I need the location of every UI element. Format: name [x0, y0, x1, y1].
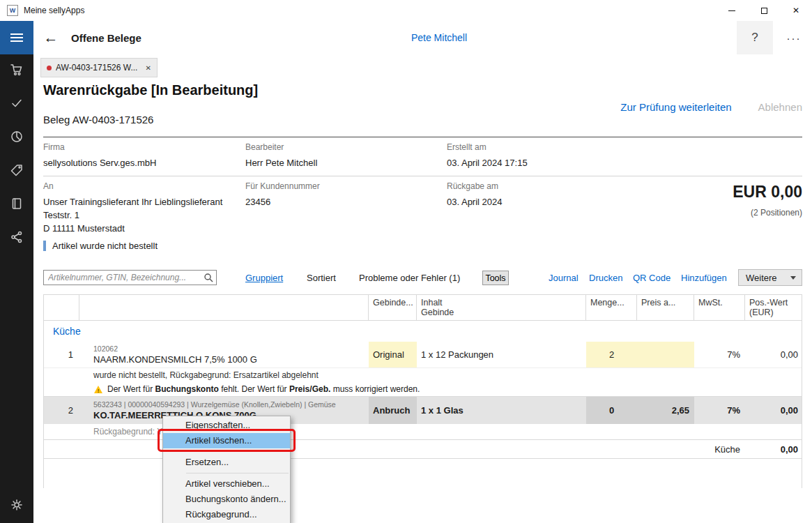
- mwst-cell: 7%: [694, 397, 745, 424]
- context-menu-item-ersetzen[interactable]: Ersetzen...: [163, 455, 290, 470]
- col-header-article: [79, 295, 369, 320]
- sidebar-item-reports[interactable]: [0, 121, 33, 155]
- sidebar-item-prices[interactable]: [0, 155, 33, 188]
- document-number: Beleg AW-0403-171526: [43, 114, 153, 126]
- maximize-icon: [761, 8, 767, 14]
- context-menu-item-eigenschaften[interactable]: Eigenschaften...: [163, 418, 290, 433]
- an-label: An: [43, 181, 54, 191]
- legend-color-bar: [43, 241, 46, 251]
- pos-wert-cell: 0,00: [745, 397, 803, 424]
- titlebar: W Meine sellyApps ✕: [0, 0, 812, 21]
- gebinde-cell[interactable]: Anbruch: [369, 397, 417, 424]
- positions-count: (2 Positionen): [751, 208, 802, 218]
- maximize-button[interactable]: [748, 0, 780, 21]
- sidebar-item-catalog[interactable]: [0, 188, 33, 222]
- help-icon: ?: [751, 31, 758, 45]
- context-menu: Eigenschaften... Artikel löschen... Erse…: [162, 416, 291, 523]
- col-header-inhalt[interactable]: InhaltGebinde: [417, 295, 586, 320]
- context-menu-item-artikel-verschieben[interactable]: Artikel verschieben...: [163, 476, 290, 492]
- window-title: Meine sellyApps: [24, 6, 84, 15]
- row-warning: ! Der Wert für Buchungskonto fehlt. Der …: [44, 382, 802, 396]
- menge-cell[interactable]: 2: [586, 342, 637, 367]
- header-more-button[interactable]: ···: [779, 21, 809, 54]
- problems-filter[interactable]: Probleme oder Fehler (1): [359, 273, 460, 283]
- menu-separator: [186, 473, 289, 473]
- context-menu-item-artikel-loeschen[interactable]: Artikel löschen...: [163, 433, 290, 448]
- rueckgabe-am-value: 03. April 2024: [447, 195, 503, 209]
- group-label: Küche: [44, 326, 81, 337]
- journal-link[interactable]: Journal: [549, 273, 579, 283]
- help-button[interactable]: ?: [737, 21, 773, 54]
- gebinde-cell[interactable]: Original: [369, 342, 417, 367]
- bearbeiter-label: Bearbeiter: [245, 142, 284, 152]
- legend-not-ordered: Artikel wurde nicht bestellt: [43, 241, 158, 251]
- hamburger-menu-button[interactable]: [0, 21, 33, 54]
- divider: [43, 176, 802, 176]
- settings-button[interactable]: [0, 490, 33, 523]
- kundennummer-label: Für Kundennummer: [245, 181, 320, 191]
- grouped-toggle[interactable]: Gruppiert: [245, 273, 283, 283]
- tools-button[interactable]: Tools: [482, 271, 509, 285]
- table-empty-area: [44, 459, 802, 488]
- hamburger-icon: [10, 33, 23, 35]
- article-meta: 5632343 | 00000040594293 | Wurzelgemüse …: [93, 400, 336, 409]
- col-header-mwst[interactable]: MwSt.: [694, 295, 745, 320]
- back-icon: ←: [44, 29, 59, 46]
- row-number: 1: [44, 342, 79, 367]
- table-row[interactable]: 1 102062 NAARM.KONDENSMILCH 7,5% 1000 G …: [44, 342, 802, 368]
- page-title: Offene Belege: [71, 21, 141, 54]
- document-title: Warenrückgabe [In Bearbeitung]: [43, 82, 258, 98]
- document-tab[interactable]: AW-0403-171526 W... ✕: [40, 58, 158, 77]
- col-header-menge[interactable]: Menge...: [586, 295, 637, 320]
- menge-cell[interactable]: 0: [586, 397, 637, 424]
- col-header-gebinde[interactable]: Gebinde...: [369, 295, 417, 320]
- qr-code-link[interactable]: QR Code: [633, 273, 671, 283]
- positions-table: Gebinde... InhaltGebinde Menge... Preis …: [43, 294, 802, 488]
- pie-chart-icon: [10, 130, 24, 146]
- preis-cell[interactable]: [637, 342, 694, 367]
- minimize-button[interactable]: [716, 0, 748, 21]
- mwst-cell: 7%: [694, 342, 745, 367]
- sidebar-item-tasks[interactable]: [0, 88, 33, 121]
- context-menu-item-rueckgabegrund[interactable]: Rückgabegrund...: [163, 507, 290, 522]
- an-value: Unser Trainingslieferant Ihr Lieblingsli…: [43, 195, 222, 235]
- close-button[interactable]: ✕: [780, 0, 812, 21]
- search-icon: [204, 273, 213, 282]
- print-link[interactable]: Drucken: [589, 273, 622, 283]
- table-row-selected[interactable]: 2 5632343 | 00000040594293 | Wurzelgemüs…: [44, 396, 802, 424]
- app-icon: W: [7, 5, 18, 16]
- article-cell: 102062 NAARM.KONDENSMILCH 7,5% 1000 G: [79, 342, 369, 367]
- row-note: Rückgabegrund: Y: [44, 424, 802, 439]
- tab-label: AW-0403-171526 W...: [56, 63, 141, 73]
- col-header-wert[interactable]: Pos.-Wert(EUR): [745, 295, 803, 320]
- reject-button[interactable]: Ablehnen: [758, 101, 802, 113]
- warning-icon: !: [93, 385, 103, 394]
- close-icon: ✕: [792, 6, 799, 15]
- search-input[interactable]: [43, 270, 217, 285]
- rueckgabe-am-label: Rückgabe am: [447, 181, 498, 191]
- table-header-row: Gebinde... InhaltGebinde Menge... Preis …: [44, 294, 802, 321]
- kundennummer-value: 23456: [245, 195, 270, 209]
- col-header-num: [44, 295, 79, 320]
- row-number: 2: [44, 397, 79, 424]
- group-total-label: Küche: [694, 440, 745, 458]
- tab-close-icon[interactable]: ✕: [146, 64, 151, 72]
- checkmark-icon: [10, 96, 24, 113]
- sidebar-item-share[interactable]: [0, 222, 33, 255]
- col-header-preis[interactable]: Preis a...: [637, 295, 694, 320]
- group-total-row: Küche 0,00: [44, 439, 802, 459]
- add-link[interactable]: Hinzufügen: [681, 273, 727, 283]
- article-search: [43, 270, 217, 285]
- ellipsis-icon: ···: [787, 32, 802, 44]
- back-button[interactable]: ←: [40, 21, 61, 54]
- app-icon-letter: W: [10, 7, 16, 14]
- forward-for-review-button[interactable]: Zur Prüfung weiterleiten: [620, 101, 731, 113]
- context-menu-item-buchungskonto-aendern[interactable]: Buchungskonto ändern...: [163, 492, 290, 507]
- gear-icon: [10, 498, 24, 515]
- preis-cell[interactable]: 2,65: [637, 397, 694, 424]
- sorted-toggle[interactable]: Sortiert: [307, 273, 336, 283]
- more-dropdown-button[interactable]: Weitere: [738, 269, 802, 286]
- app-header: ← Offene Belege Pete Mitchell ? ···: [0, 21, 812, 54]
- sidebar-item-cart[interactable]: [0, 54, 33, 88]
- user-link[interactable]: Pete Mitchell: [376, 21, 502, 54]
